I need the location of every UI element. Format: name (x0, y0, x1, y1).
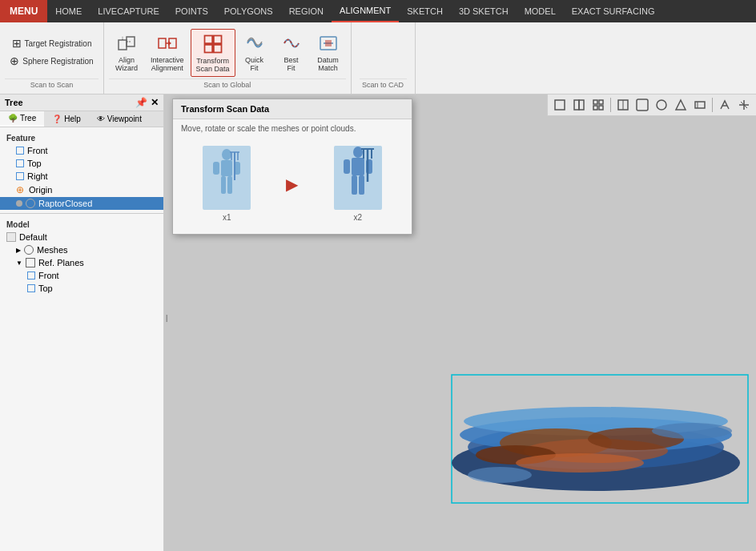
menu-item-model[interactable]: MODEL (517, 0, 564, 22)
default-label: Default (19, 232, 47, 242)
tree-divider (0, 213, 163, 214)
best-fit-label: BestFit (284, 56, 299, 72)
best-fit-button[interactable]: BestFit (274, 29, 309, 75)
svg-rect-35 (213, 162, 219, 175)
svg-rect-14 (325, 40, 332, 46)
svg-point-62 (516, 453, 644, 473)
feature-section-label: Feature (0, 131, 163, 144)
sidebar-close-icon[interactable]: ✕ (151, 97, 159, 108)
interactive-alignment-button[interactable]: InteractiveAlignment (146, 29, 189, 75)
sphere-registration-button[interactable]: ⊕ Sphere Registration (5, 53, 98, 69)
meshes-icon (24, 245, 34, 255)
svg-marker-26 (676, 100, 686, 110)
top-box-icon (16, 159, 24, 167)
vp-btn-6[interactable] (653, 96, 670, 114)
tree-item-origin[interactable]: ⊕ Origin (0, 183, 163, 197)
tree-tab-label: Tree (20, 114, 36, 123)
menu-item-livecapture[interactable]: LIVECAPTURE (90, 0, 167, 22)
sphere-reg-label: Sphere Registration (22, 57, 93, 66)
vp-btn-1[interactable] (551, 96, 569, 114)
tree-item-model-top[interactable]: Top (0, 282, 163, 295)
vp-btn-10[interactable] (735, 96, 753, 114)
menu-item-3dsketch[interactable]: 3D SKETCH (451, 0, 517, 22)
menu-bar: MENU HOME LIVECAPTURE POINTS POLYGONS RE… (0, 0, 756, 22)
tab-tree[interactable]: 🌳 Tree (0, 111, 44, 127)
svg-rect-34 (221, 160, 232, 176)
raptor-mesh-icon (26, 199, 35, 208)
dialog-subtitle: Move, rotate or scale the meshes or poin… (173, 119, 412, 138)
default-color-icon (6, 232, 16, 242)
vp-btn-3[interactable] (589, 96, 607, 114)
model-top-label: Top (38, 284, 53, 293)
menu-item-polygons[interactable]: POLYGONS (216, 0, 281, 22)
refplanes-expand-icon: ▼ (16, 259, 22, 267)
menu-item-points[interactable]: POINTS (167, 0, 216, 22)
vp-btn-2[interactable] (570, 96, 588, 114)
origin-label: Origin (29, 185, 52, 195)
vp-btn-5[interactable] (633, 96, 651, 114)
transform-scan-icon (202, 33, 224, 55)
menu-item-alignment[interactable]: ALIGNMENT (332, 0, 399, 22)
align-wizard-label: AlignWizard (115, 56, 138, 72)
tree-item-ref-planes[interactable]: ▼ Ref. Planes (0, 256, 163, 269)
dialog-title: Transform Scan Data (173, 99, 412, 119)
model-front-icon (27, 271, 35, 280)
ribbon: ⊞ Target Registration ⊕ Sphere Registrat… (0, 22, 756, 95)
tree-item-default[interactable]: Default (0, 231, 163, 243)
svg-point-33 (222, 149, 231, 160)
best-fit-icon (280, 32, 303, 54)
vp-btn-7[interactable] (672, 96, 690, 114)
svg-rect-38 (227, 176, 232, 194)
viewport[interactable]: Transform Scan Data Move, rotate or scal… (164, 95, 756, 551)
front-label: Front (27, 146, 48, 155)
scan-visualization (436, 351, 756, 551)
raptor-closed-label: RaptorClosed (38, 199, 92, 208)
svg-rect-24 (637, 99, 648, 111)
tree-item-model-front[interactable]: Front (0, 269, 163, 282)
svg-rect-10 (204, 45, 212, 53)
model-front-label: Front (38, 271, 59, 280)
main-content: Tree 📌 ✕ 🌳 Tree ❓ Help 👁 Viewpoint Featu… (0, 95, 756, 551)
svg-rect-0 (119, 40, 127, 50)
dialog-model-2: x2 (334, 146, 382, 222)
tree-tab-icon: 🌳 (8, 114, 18, 123)
tree-content: Feature Front Top Right ⊕ Origin RaptorC… (0, 127, 163, 551)
svg-rect-16 (574, 100, 579, 110)
datum-match-button[interactable]: DatumMatch (311, 29, 346, 75)
transform-scan-dialog: Transform Scan Data Move, rotate or scal… (172, 99, 412, 235)
model-1-image (203, 146, 251, 210)
ref-planes-label: Ref. Planes (38, 258, 84, 267)
svg-marker-7 (168, 41, 171, 46)
quick-fit-icon (243, 32, 266, 54)
align-wizard-button[interactable]: AlignWizard (109, 29, 144, 75)
menu-item-sketch[interactable]: SKETCH (399, 0, 451, 22)
menu-item-exact-surfacing[interactable]: EXACT SURFACING (564, 0, 663, 22)
transform-scan-data-button[interactable]: TransformScan Data (191, 29, 235, 77)
menu-item-region[interactable]: REGION (281, 0, 332, 22)
vp-btn-8[interactable] (691, 96, 709, 114)
menu-item-home[interactable]: HOME (47, 0, 90, 22)
datum-match-label: DatumMatch (317, 56, 339, 72)
right-label: Right (27, 171, 48, 181)
viewpoint-tab-icon: 👁 (97, 115, 105, 123)
quick-fit-label: QuickFit (245, 56, 263, 72)
tab-help[interactable]: ❓ Help (44, 111, 89, 127)
tree-item-front[interactable]: Front (0, 144, 163, 157)
tree-item-raptor-closed[interactable]: RaptorClosed (0, 197, 163, 210)
target-reg-label: Target Registration (25, 39, 92, 48)
vp-btn-4[interactable] (614, 96, 632, 114)
target-registration-button[interactable]: ⊞ Target Registration (7, 35, 97, 51)
tree-item-top[interactable]: Top (0, 157, 163, 170)
menu-button[interactable]: MENU (0, 0, 47, 22)
target-reg-icon: ⊞ (12, 37, 22, 50)
interactive-align-label: InteractiveAlignment (151, 56, 184, 72)
tree-item-right[interactable]: Right (0, 170, 163, 183)
vp-btn-9[interactable] (716, 96, 734, 114)
svg-rect-21 (599, 106, 603, 110)
svg-point-25 (657, 100, 666, 110)
svg-rect-48 (359, 175, 364, 195)
tab-viewpoint[interactable]: 👁 Viewpoint (89, 111, 150, 127)
sidebar-pin-icon[interactable]: 📌 (135, 97, 147, 108)
quick-fit-button[interactable]: QuickFit (237, 29, 272, 75)
tree-item-meshes[interactable]: ▶ Meshes (0, 243, 163, 256)
